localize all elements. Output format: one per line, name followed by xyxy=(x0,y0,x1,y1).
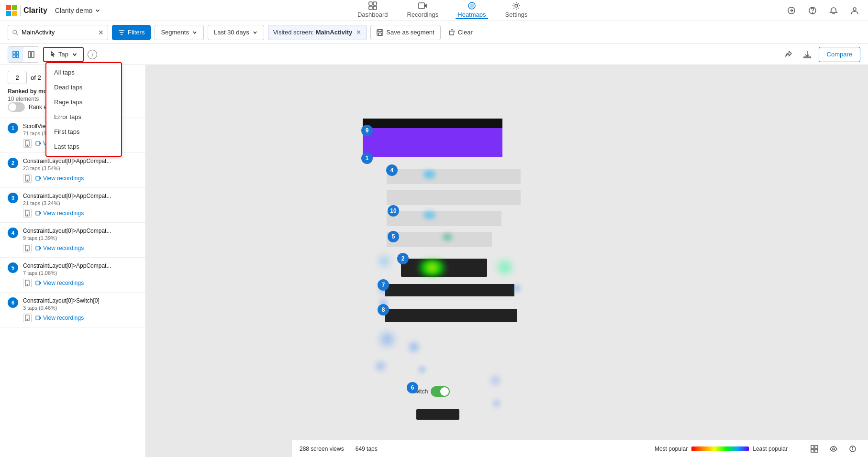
view-recordings-button[interactable]: View recordings xyxy=(35,175,84,182)
video-icon xyxy=(35,141,41,146)
switch-toggle[interactable] xyxy=(431,386,450,397)
save-segment-button[interactable]: Save as segment xyxy=(370,25,440,40)
svg-point-38 xyxy=(27,180,28,181)
svg-rect-6 xyxy=(369,6,372,10)
svg-point-61 xyxy=(833,448,835,450)
heatmap-badge-8: 8 xyxy=(378,304,389,316)
svg-rect-23 xyxy=(378,33,381,35)
tap-type-label: Tap xyxy=(58,51,68,58)
share-icon-btn[interactable] xyxy=(784,3,799,18)
view-recordings-button[interactable]: View recordings xyxy=(35,315,84,321)
view-recordings-button[interactable]: View recordings xyxy=(35,245,84,251)
info-icon[interactable]: i xyxy=(88,50,97,59)
nav-recordings[interactable]: Recordings xyxy=(405,1,441,19)
help-icon-btn[interactable] xyxy=(805,3,820,18)
filters-button[interactable]: Filters xyxy=(112,25,151,40)
last-taps-option[interactable]: Last taps xyxy=(46,139,121,154)
heatspot-blue-5 xyxy=(490,376,500,385)
toolbar-share-button[interactable] xyxy=(780,47,796,62)
svg-point-64 xyxy=(853,447,853,447)
grid-view-button[interactable] xyxy=(8,47,23,62)
first-taps-option[interactable]: First taps xyxy=(46,124,121,139)
view-toggle xyxy=(8,46,39,63)
nav-settings-label: Settings xyxy=(505,11,528,18)
view-recordings-button[interactable]: View recordings xyxy=(35,210,84,217)
search-box[interactable]: ✕ xyxy=(8,25,108,40)
taps-stat: 649 taps xyxy=(356,446,378,452)
stats-grid-button[interactable] xyxy=(807,441,822,457)
view-recordings-label: View recordings xyxy=(43,210,84,217)
rank-toggle-switch[interactable] xyxy=(8,102,25,112)
filter-bar: ✕ Filters Segments Last 30 days Visited … xyxy=(0,21,868,44)
date-filter-button[interactable]: Last 30 days xyxy=(208,25,264,40)
nav-heatmaps[interactable]: Heatmaps xyxy=(456,1,488,19)
logo-area: Clarity xyxy=(6,5,47,16)
search-input[interactable] xyxy=(22,29,98,36)
element-number: 4 xyxy=(8,228,18,238)
mobile-icon xyxy=(23,279,32,287)
nav-settings[interactable]: Settings xyxy=(503,1,530,19)
element-info: ConstraintLayout[0]>AppCompat... 7 taps … xyxy=(23,262,111,276)
heatspot-teal-1 xyxy=(423,170,435,179)
heatmap-panel: Switch 9 1 4 10 5 2 xyxy=(146,65,868,457)
rage-taps-option[interactable]: Rage taps xyxy=(46,95,121,109)
element-number: 1 xyxy=(8,123,18,133)
visited-screen-clear-button[interactable]: ✕ xyxy=(356,29,361,36)
clear-button[interactable]: Clear xyxy=(445,25,477,40)
element-number: 6 xyxy=(8,297,18,308)
video-icon xyxy=(35,210,41,216)
svg-rect-47 xyxy=(36,246,40,250)
svg-rect-30 xyxy=(16,55,19,57)
element-header: 6 ConstraintLayout[0]>Switch[0] 3 taps (… xyxy=(8,297,138,311)
dark-element-1 xyxy=(401,259,487,277)
nav-divider xyxy=(20,5,21,16)
search-clear-button[interactable]: ✕ xyxy=(98,29,104,36)
element-number: 3 xyxy=(8,193,18,203)
chevron-down-icon xyxy=(192,30,198,35)
top-nav: Clarity Clarity demo Dashboard Recording… xyxy=(0,0,868,21)
heatmap-badge-10: 10 xyxy=(388,205,399,217)
stats-eye-button[interactable] xyxy=(826,441,841,457)
svg-rect-39 xyxy=(36,176,40,180)
settings-icon xyxy=(512,1,521,10)
toggle-knob xyxy=(9,103,16,111)
dark-bar-3 xyxy=(385,309,517,322)
svg-rect-57 xyxy=(811,446,814,448)
mobile-icon xyxy=(23,209,32,218)
error-taps-option[interactable]: Error taps xyxy=(46,109,121,124)
heatspot-blue-4 xyxy=(419,366,425,373)
compare-button[interactable]: Compare xyxy=(819,47,860,62)
dead-taps-option[interactable]: Dead taps xyxy=(46,80,121,95)
element-info: ConstraintLayout[0]>AppCompat... 9 taps … xyxy=(23,228,111,241)
account-icon-btn[interactable] xyxy=(847,3,862,18)
svg-rect-27 xyxy=(13,52,15,54)
all-taps-option[interactable]: All taps xyxy=(46,65,121,80)
page-of: of 2 xyxy=(31,74,41,81)
view-recordings-label: View recordings xyxy=(43,175,84,182)
screen-views-stat: 288 screen views xyxy=(300,446,344,452)
element-header: 3 ConstraintLayout[0]>AppCompat... 21 ta… xyxy=(8,193,138,206)
list-view-button[interactable] xyxy=(23,47,39,62)
segments-button[interactable]: Segments xyxy=(155,25,204,40)
svg-rect-35 xyxy=(36,141,40,145)
svg-point-15 xyxy=(812,12,813,13)
nav-dashboard[interactable]: Dashboard xyxy=(356,1,390,19)
status-bar xyxy=(363,119,502,128)
element-taps: 3 taps (0.46%) xyxy=(23,305,100,311)
svg-rect-1 xyxy=(12,5,17,10)
stats-info-button[interactable] xyxy=(845,441,860,457)
tap-type-dropdown[interactable]: Tap xyxy=(43,47,84,62)
notifications-icon-btn[interactable] xyxy=(826,3,841,18)
toolbar-download-button[interactable] xyxy=(800,47,815,62)
save-icon xyxy=(377,29,383,36)
element-item: 4 ConstraintLayout[0]>AppCompat... 9 tap… xyxy=(0,223,145,258)
heatspot-blue-3 xyxy=(376,361,385,371)
clear-label: Clear xyxy=(458,29,473,36)
page-number-input[interactable] xyxy=(8,71,27,84)
heatmap-toolbar: Tap i Compare xyxy=(0,44,868,65)
view-recordings-button[interactable]: View recordings xyxy=(35,280,84,286)
visited-screen-value: MainActivity xyxy=(316,29,353,36)
project-selector[interactable]: Clarity demo xyxy=(55,7,101,14)
element-name: ConstraintLayout[0]>AppCompat... xyxy=(23,158,111,164)
gray-row-2 xyxy=(387,190,521,205)
